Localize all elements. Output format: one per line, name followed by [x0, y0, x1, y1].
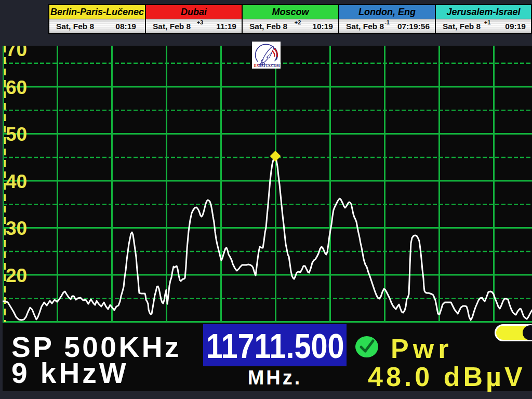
svg-text:50: 50 — [6, 124, 27, 145]
svg-text:60: 60 — [6, 77, 27, 98]
svg-text:30: 30 — [6, 218, 27, 239]
svg-text:20: 20 — [6, 265, 27, 286]
svg-text:70: 70 — [6, 46, 27, 60]
svg-text:40: 40 — [6, 171, 27, 192]
svg-text:DXSATCS.COM: DXSATCS.COM — [254, 63, 281, 69]
